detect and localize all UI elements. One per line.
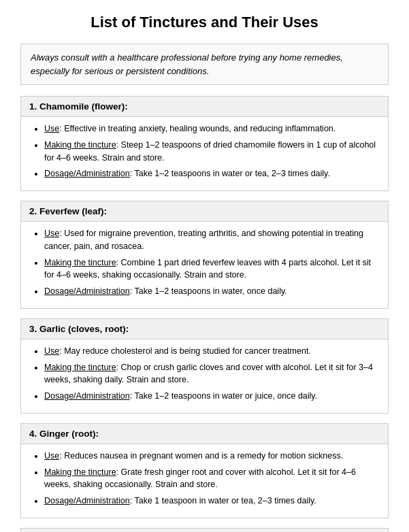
herb-use: Use: Used for migraine prevention, treat… [44,227,380,253]
dosage-label: Dosage/Administration [44,286,130,296]
herb-section: 5. Ginkgo (leaf):Use: Used to treat asth… [20,528,389,532]
page-title: List of Tinctures and Their Uses [20,14,389,31]
herb-header: 1. Chamomile (flower): [21,97,388,117]
herb-header: 3. Garlic (cloves, root): [21,319,388,339]
herb-use: Use: May reduce cholesterol and is being… [44,345,380,358]
herb-section: 3. Garlic (cloves, root):Use: May reduce… [20,318,389,414]
herb-making: Making the tincture: Grate fresh ginger … [44,466,380,492]
warning-box: Always consult with a healthcare profess… [20,44,389,85]
making-label: Making the tincture [44,467,116,477]
herb-body: Use: Effective in treating anxiety, heal… [21,117,388,190]
herb-making: Making the tincture: Chop or crush garli… [44,361,380,387]
use-label: Use [44,124,59,133]
making-label: Making the tincture [44,258,116,267]
herb-section: 1. Chamomile (flower):Use: Effective in … [20,96,389,191]
herb-details-list: Use: Used for migraine prevention, treat… [29,227,380,298]
herb-details-list: Use: May reduce cholesterol and is being… [29,345,380,403]
herb-dosage: Dosage/Administration: Take 1 teaspoon i… [44,495,380,508]
herb-use: Use: Effective in treating anxiety, heal… [44,122,380,135]
use-label: Use [44,229,59,238]
herb-header: 5. Ginkgo (leaf): [21,529,388,532]
herb-making: Making the tincture: Combine 1 part drie… [44,256,380,282]
herb-dosage: Dosage/Administration: Take 1–2 teaspoon… [44,390,380,403]
herb-dosage: Dosage/Administration: Take 1–2 teaspoon… [44,167,380,180]
dosage-label: Dosage/Administration [44,169,130,178]
herb-body: Use: May reduce cholesterol and is being… [21,339,388,413]
dosage-label: Dosage/Administration [44,496,130,505]
herb-body: Use: Reduces nausea in pregnant women an… [21,444,388,518]
herb-header: 4. Ginger (root): [21,424,388,444]
dosage-label: Dosage/Administration [44,391,130,401]
herb-dosage: Dosage/Administration: Take 1–2 teaspoon… [44,285,380,298]
use-label: Use [44,346,59,356]
use-label: Use [44,451,59,461]
herb-use: Use: Reduces nausea in pregnant women an… [44,450,380,463]
making-label: Making the tincture [44,363,116,372]
herb-section: 4. Ginger (root):Use: Reduces nausea in … [20,423,389,518]
making-label: Making the tincture [44,140,116,150]
herb-details-list: Use: Effective in treating anxiety, heal… [29,122,380,180]
herb-making: Making the tincture: Steep 1–2 teaspoons… [44,139,380,165]
herb-list: 1. Chamomile (flower):Use: Effective in … [20,96,389,532]
herb-section: 2. Feverfew (leaf):Use: Used for migrain… [20,201,389,309]
herb-body: Use: Used for migraine prevention, treat… [21,222,388,308]
herb-header: 2. Feverfew (leaf): [21,201,388,222]
herb-details-list: Use: Reduces nausea in pregnant women an… [29,450,380,508]
